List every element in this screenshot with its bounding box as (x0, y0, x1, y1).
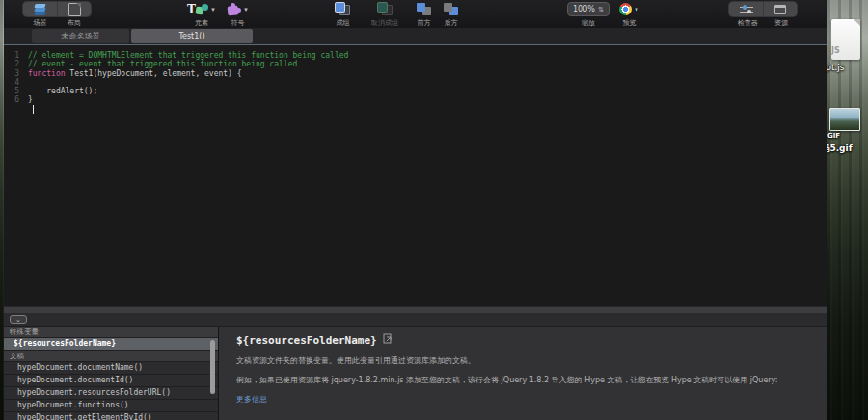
layouts-button[interactable] (57, 2, 91, 16)
bring-forward-icon (417, 3, 431, 15)
javascript-code-editor[interactable]: 1// element = DOMHTMLElement that trigge… (4, 45, 827, 312)
zoom-label: 缩放 (582, 18, 595, 28)
bring-forward-label: 前方 (418, 18, 431, 28)
bring-forward-item: 前方 (417, 2, 431, 28)
text-cursor (33, 105, 34, 114)
group-icon (336, 3, 350, 15)
group-button[interactable] (336, 2, 350, 16)
elements-icon: T (187, 3, 208, 16)
code-line: 5 redAlert(); (4, 87, 827, 95)
layouts-icon (68, 3, 81, 16)
snippet-section-document: 文稿 (4, 351, 218, 362)
more-info-link[interactable]: 更多信息 (236, 394, 267, 405)
zoom-level-stepper[interactable]: 100% ⇅ (567, 2, 610, 16)
main-toolbar: 场景 布局 T ▼ 元素 ▼ 符号 成组 (4, 0, 827, 28)
list-item-document-name[interactable]: hypeDocument.documentName() (4, 362, 218, 375)
group-label: 成组 (337, 18, 350, 28)
tab-untitled-scene[interactable]: 未命名场景 (32, 29, 129, 43)
desktop-gif-file-icon[interactable] (829, 108, 860, 131)
ungroup-icon (378, 3, 393, 15)
send-backward-item: 后方 (444, 2, 458, 28)
inspector-resources-segment: 检查器 资源 (729, 2, 797, 28)
panel-icon (774, 5, 786, 14)
snippet-doc-panel: ${resourcesFolderName} 文稿资源文件夹的替换变量。使用此变… (219, 327, 827, 420)
resources-label: 资源 (774, 18, 788, 28)
preview-label: 预览 (622, 18, 636, 28)
js-file-badge: JS (831, 46, 860, 55)
code-cursor-line (4, 105, 827, 114)
chevron-down-icon: ▼ (634, 7, 639, 13)
inspector-label: 检查器 (738, 18, 758, 28)
doc-title: ${resourcesFolderName} (236, 334, 377, 347)
doc-description: 文稿资源文件夹的替换变量。使用此变量引用通过资源库添加的文稿。 (236, 355, 810, 366)
symbols-button[interactable]: ▼ (227, 2, 249, 16)
puzzle-piece-icon (227, 3, 241, 16)
snippet-reference-panel: ⌄ 特殊变量 ${resourcesFolderName} 文稿 hypeDoc… (4, 313, 827, 420)
snippet-list: 特殊变量 ${resourcesFolderName} 文稿 hypeDocum… (4, 327, 219, 420)
layouts-label: 布局 (68, 18, 81, 28)
snippet-panel-topbar: ⌄ (4, 313, 827, 327)
snippet-filter-dropdown-button[interactable]: ⌄ (10, 315, 27, 324)
send-backward-icon (444, 3, 458, 15)
symbols-label: 符号 (231, 18, 244, 28)
chevron-down-icon: ▼ (210, 7, 216, 13)
zoom-value: 100% (573, 5, 595, 13)
zoom-item: 100% ⇅ 缩放 (567, 2, 610, 28)
list-item-resources-folder-name[interactable]: ${resourcesFolderName} (4, 338, 218, 351)
list-item-document-id[interactable]: hypeDocument.documentId() (4, 375, 218, 387)
group-item: 成组 (336, 2, 350, 28)
insert-snippet-icon[interactable] (383, 333, 393, 347)
code-line: 4 (4, 78, 827, 87)
scenes-label: 场景 (34, 18, 47, 28)
hype-script-editor-window: 场景 布局 T ▼ 元素 ▼ 符号 成组 (4, 0, 827, 420)
bring-forward-button[interactable] (417, 2, 431, 16)
elements-label: 元素 (195, 18, 208, 28)
ungroup-button[interactable] (378, 2, 393, 16)
scenes-button[interactable] (23, 2, 57, 16)
resources-button[interactable] (763, 2, 797, 16)
ungroup-item: 取消成组 (371, 2, 398, 28)
snippet-section-special-variables: 特殊变量 (4, 327, 218, 338)
list-item-functions[interactable]: hypeDocument.functions() (4, 400, 218, 412)
doc-example: 例如，如果已使用资源库将 jquery-1.8.2.min.js 添加至您的文稿… (236, 375, 810, 385)
scenes-icon (33, 4, 48, 15)
sliders-icon (740, 5, 753, 14)
list-item-resources-folder-url[interactable]: hypeDocument.resourcesFolderURL() (4, 387, 218, 400)
code-line: 1// element = DOMHTMLElement that trigge… (4, 51, 827, 60)
list-scrollbar[interactable] (210, 340, 215, 394)
stepper-arrows-icon: ⇅ (598, 6, 604, 13)
elements-item: T ▼ 元素 (187, 2, 216, 28)
preview-button[interactable]: ▼ (619, 2, 639, 16)
symbols-item: ▼ 符号 (227, 2, 249, 28)
list-item-get-element-by-id[interactable]: hypeDocument.getElementById() (4, 412, 218, 420)
code-line: 3function Test1(hypeDocument, element, e… (4, 69, 827, 78)
send-backward-button[interactable] (444, 2, 458, 16)
ungroup-label: 取消成组 (371, 18, 398, 28)
gif-file-badge: GIF (827, 132, 862, 140)
send-backward-label: 后方 (445, 18, 458, 28)
code-line: 2// event - event that triggered this fu… (4, 60, 827, 68)
code-line: 6} (4, 95, 827, 104)
elements-button[interactable]: T ▼ (187, 2, 216, 16)
inspector-button[interactable] (729, 2, 763, 16)
function-tab-bar: 未命名场景 Test1() (4, 28, 827, 45)
desktop-js-file-icon[interactable]: JS (831, 19, 860, 60)
preview-item: ▼ 预览 (619, 2, 639, 28)
chrome-browser-icon (619, 3, 632, 15)
scenes-layouts-segment: 场景 布局 (23, 2, 91, 28)
tab-test1-function[interactable]: Test1() (131, 29, 253, 43)
chevron-down-icon: ▼ (243, 7, 249, 13)
